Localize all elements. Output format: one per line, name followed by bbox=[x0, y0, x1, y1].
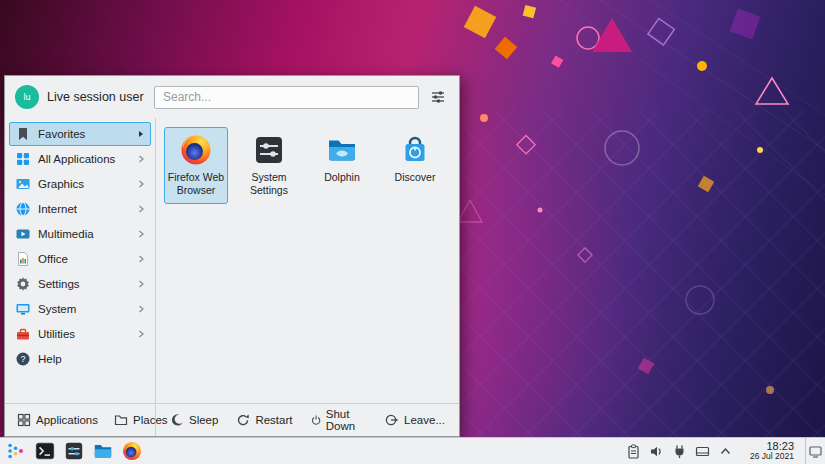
chevron-right-icon bbox=[137, 305, 145, 313]
app-dolphin[interactable]: Dolphin bbox=[310, 127, 374, 191]
tab-applications[interactable]: Applications bbox=[11, 409, 104, 431]
chevron-right-icon bbox=[137, 180, 145, 188]
globe-icon bbox=[15, 201, 31, 217]
action-label: Shut Down bbox=[326, 408, 367, 432]
application-launcher-menu: lu Live session user Favorites bbox=[4, 75, 460, 437]
launcher-header: lu Live session user bbox=[5, 76, 459, 118]
chevron-right-icon bbox=[137, 255, 145, 263]
firefox-icon bbox=[122, 441, 142, 461]
system-settings-icon bbox=[253, 134, 285, 166]
network-icon[interactable] bbox=[672, 444, 687, 459]
chevron-right-icon bbox=[137, 205, 145, 213]
taskbar-dolphin-button[interactable] bbox=[90, 439, 115, 463]
monitor-icon bbox=[15, 301, 31, 317]
sidebar-item-help[interactable]: ? Help bbox=[9, 347, 151, 371]
konsole-icon bbox=[35, 441, 55, 461]
sidebar-item-label: Utilities bbox=[38, 328, 130, 340]
system-tray bbox=[620, 444, 739, 459]
action-label: Leave... bbox=[404, 414, 445, 426]
help-icon: ? bbox=[15, 351, 31, 367]
application-launcher-button[interactable] bbox=[3, 439, 28, 463]
taskbar-konsole-button[interactable] bbox=[32, 439, 57, 463]
sleep-button[interactable]: Sleep bbox=[164, 409, 224, 431]
tab-label: Applications bbox=[36, 414, 98, 426]
power-icon bbox=[311, 413, 321, 427]
footer-tabs: Applications Places bbox=[5, 404, 156, 436]
system-settings-icon bbox=[64, 441, 84, 461]
sidebar-item-label: Settings bbox=[38, 278, 130, 290]
sidebar-item-utilities[interactable]: Utilities bbox=[9, 322, 151, 346]
search-input[interactable] bbox=[154, 86, 419, 109]
bookmark-icon bbox=[15, 126, 31, 142]
leave-button[interactable]: Leave... bbox=[379, 409, 451, 431]
sidebar-item-label: Office bbox=[38, 253, 130, 265]
discover-icon bbox=[399, 134, 431, 166]
action-label: Sleep bbox=[189, 414, 218, 426]
leave-icon bbox=[385, 413, 399, 427]
configure-launcher-button[interactable] bbox=[425, 85, 451, 109]
sliders-icon bbox=[430, 89, 446, 105]
chevron-right-icon bbox=[137, 230, 145, 238]
sidebar-item-label: Multimedia bbox=[38, 228, 130, 240]
volume-icon[interactable] bbox=[649, 444, 664, 459]
media-play-icon bbox=[15, 226, 31, 242]
grid-icon bbox=[17, 413, 31, 427]
restart-button[interactable]: Restart bbox=[230, 409, 298, 431]
apps-grid-icon bbox=[15, 151, 31, 167]
digital-clock[interactable]: 18:23 26 Jul 2021 bbox=[743, 440, 801, 461]
app-label: System Settings bbox=[240, 171, 298, 197]
sidebar-item-label: All Applications bbox=[38, 153, 130, 165]
taskbar-system-settings-button[interactable] bbox=[61, 439, 86, 463]
user-avatar[interactable]: lu bbox=[15, 85, 39, 109]
app-discover[interactable]: Discover bbox=[383, 127, 447, 191]
image-icon bbox=[15, 176, 31, 192]
sidebar-item-multimedia[interactable]: Multimedia bbox=[9, 222, 151, 246]
firefox-icon bbox=[180, 134, 212, 166]
svg-text:?: ? bbox=[20, 354, 25, 364]
favorites-grid: Firefox Web Browser System Settings Dolp… bbox=[156, 118, 459, 403]
sidebar-item-all-applications[interactable]: All Applications bbox=[9, 147, 151, 171]
app-firefox-web-browser[interactable]: Firefox Web Browser bbox=[164, 127, 228, 204]
sidebar-item-internet[interactable]: Internet bbox=[9, 197, 151, 221]
chevron-up-icon[interactable] bbox=[718, 444, 733, 459]
user-name: Live session user bbox=[39, 90, 154, 104]
chevron-right-icon bbox=[137, 280, 145, 288]
gear-icon bbox=[15, 276, 31, 292]
session-actions: Sleep Restart Shut Down Leave. bbox=[156, 404, 459, 436]
clipboard-icon[interactable] bbox=[626, 444, 641, 459]
launcher-body: Favorites All Applications bbox=[5, 118, 459, 403]
sidebar-item-label: Favorites bbox=[38, 128, 130, 140]
app-system-settings[interactable]: System Settings bbox=[237, 127, 301, 204]
taskbar: 18:23 26 Jul 2021 bbox=[0, 437, 825, 464]
shutdown-button[interactable]: Shut Down bbox=[305, 404, 374, 436]
launcher-footer: Applications Places Sleep Restart bbox=[5, 403, 459, 436]
sidebar-item-label: Internet bbox=[38, 203, 130, 215]
sidebar-item-settings[interactable]: Settings bbox=[9, 272, 151, 296]
show-desktop-button[interactable] bbox=[805, 438, 825, 464]
restart-icon bbox=[236, 413, 250, 427]
category-sidebar: Favorites All Applications bbox=[5, 118, 156, 403]
sidebar-item-label: System bbox=[38, 303, 130, 315]
app-label: Dolphin bbox=[324, 171, 360, 184]
chevron-right-icon bbox=[137, 330, 145, 338]
sidebar-item-label: Graphics bbox=[38, 178, 130, 190]
dolphin-icon bbox=[93, 441, 113, 461]
dolphin-icon bbox=[326, 134, 358, 166]
app-label: Firefox Web Browser bbox=[167, 171, 225, 197]
sidebar-item-office[interactable]: Office bbox=[9, 247, 151, 271]
taskbar-firefox-button[interactable] bbox=[119, 439, 144, 463]
sidebar-item-system[interactable]: System bbox=[9, 297, 151, 321]
app-label: Discover bbox=[395, 171, 436, 184]
sidebar-item-label: Help bbox=[38, 353, 145, 365]
display-icon[interactable] bbox=[695, 444, 710, 459]
desktop-peek-icon bbox=[808, 444, 823, 459]
clock-date: 26 Jul 2021 bbox=[750, 452, 794, 461]
toolbox-icon bbox=[15, 326, 31, 342]
sidebar-item-favorites[interactable]: Favorites bbox=[9, 122, 151, 146]
action-label: Restart bbox=[255, 414, 292, 426]
chevron-right-icon bbox=[137, 155, 145, 163]
folder-icon bbox=[114, 413, 128, 427]
sidebar-item-graphics[interactable]: Graphics bbox=[9, 172, 151, 196]
chevron-right-icon bbox=[137, 130, 145, 138]
kde-launcher-icon bbox=[6, 441, 26, 461]
